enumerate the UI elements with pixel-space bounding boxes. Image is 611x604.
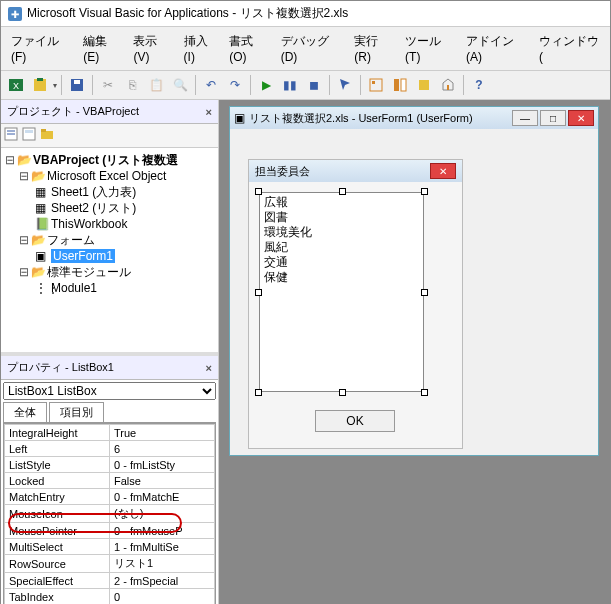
menu-addins[interactable]: アドイン(A) [460,29,533,68]
property-row[interactable]: MultiSelect1 - fmMultiSe [5,539,215,555]
mdi-titlebar[interactable]: ▣ リスト複数選択2.xls - UserForm1 (UserForm) — … [230,107,598,129]
property-row[interactable]: IntegralHeightTrue [5,425,215,441]
mdi-area: ▣ リスト複数選択2.xls - UserForm1 (UserForm) — … [219,100,610,604]
view-excel-icon[interactable]: X [5,74,27,96]
menu-file[interactable]: ファイル(F) [5,29,77,68]
properties-icon[interactable] [389,74,411,96]
svg-text:X: X [13,81,19,91]
project-explorer-header: プロジェクト - VBAProject × [1,100,218,124]
save-icon[interactable] [66,74,88,96]
menu-run[interactable]: 実行(R) [348,29,399,68]
toolbox-icon[interactable] [437,74,459,96]
paste-icon[interactable]: 📋 [145,74,167,96]
svg-rect-5 [37,78,43,81]
app-title: Microsoft Visual Basic for Applications … [27,5,604,22]
left-pane: プロジェクト - VBAProject × ⊟📂VBAProject (リスト複… [1,100,219,604]
toolbar: X ▾ ✂ ⎘ 📋 🔍 ↶ ↷ ▶ ▮▮ ◼ ? [1,71,610,100]
svg-rect-12 [401,79,406,91]
listbox[interactable]: 広報図書環境美化風紀交通保健 [259,192,424,392]
main-area: プロジェクト - VBAProject × ⊟📂VBAProject (リスト複… [1,100,610,604]
undo-icon[interactable]: ↶ [200,74,222,96]
property-row[interactable]: MouseIcon(なし) [5,505,215,523]
design-mode-icon[interactable] [334,74,356,96]
form-designer-window: ▣ リスト複数選択2.xls - UserForm1 (UserForm) — … [229,106,599,456]
object-selector[interactable]: ListBox1 ListBox [3,382,216,400]
property-row[interactable]: TabIndex0 [5,589,215,605]
menu-window[interactable]: ウィンドウ( [533,29,606,68]
listbox-item[interactable]: 広報 [264,195,419,210]
menu-debug[interactable]: デバッグ(D) [275,29,349,68]
listbox-item[interactable]: 交通 [264,255,419,270]
svg-rect-7 [74,80,80,84]
menu-tools[interactable]: ツール(T) [399,29,460,68]
object-browser-icon[interactable] [413,74,435,96]
property-row[interactable]: Left6 [5,441,215,457]
ok-button[interactable]: OK [315,410,395,432]
help-icon[interactable]: ? [468,74,490,96]
view-object-icon[interactable] [21,126,37,145]
reset-icon[interactable]: ◼ [303,74,325,96]
property-grid[interactable]: IntegralHeightTrueLeft6ListStyle0 - fmLi… [3,423,216,604]
close-icon[interactable]: × [206,362,212,374]
view-code-icon[interactable] [3,126,19,145]
listbox-item[interactable]: 保健 [264,270,419,285]
svg-text:✚: ✚ [11,9,19,20]
app-titlebar: ✚ Microsoft Visual Basic for Application… [1,1,610,27]
menu-insert[interactable]: 挿入(I) [178,29,224,68]
listbox-item[interactable]: 環境美化 [264,225,419,240]
svg-rect-13 [419,80,429,90]
properties-panel: プロパティ - ListBox1 × ListBox1 ListBox 全体 項… [1,356,218,604]
tree-userform1[interactable]: UserForm1 [51,249,115,263]
svg-rect-20 [41,129,46,132]
project-explorer-icon[interactable] [365,74,387,96]
tab-all[interactable]: 全体 [3,402,47,422]
properties-header: プロパティ - ListBox1 × [1,356,218,380]
property-row[interactable]: LockedFalse [5,473,215,489]
menu-edit[interactable]: 編集(E) [77,29,127,68]
svg-rect-9 [370,79,382,91]
userform-caption-bar: 担当委員会 ✕ [249,160,462,182]
menu-view[interactable]: 表示(V) [127,29,177,68]
property-tabs: 全体 項目別 [3,402,216,423]
find-icon[interactable]: 🔍 [169,74,191,96]
close-button[interactable]: ✕ [568,110,594,126]
property-row[interactable]: ListStyle0 - fmListSty [5,457,215,473]
svg-rect-18 [25,130,33,133]
project-tree[interactable]: ⊟📂VBAProject (リスト複数選 ⊟📂Microsoft Excel O… [1,148,218,352]
insert-icon[interactable] [29,74,51,96]
form-icon: ▣ [234,111,245,125]
svg-rect-17 [23,128,35,140]
minimize-button[interactable]: — [512,110,538,126]
app-icon: ✚ [7,6,23,22]
project-toolbar [1,124,218,148]
listbox-item[interactable]: 図書 [264,210,419,225]
property-row[interactable]: RowSourceリスト1 [5,555,215,573]
close-icon[interactable]: × [206,106,212,118]
copy-icon[interactable]: ⎘ [121,74,143,96]
property-row[interactable]: MatchEntry0 - fmMatchE [5,489,215,505]
property-row[interactable]: MousePointer0 - fmMouseP [5,523,215,539]
app-window: ✚ Microsoft Visual Basic for Application… [0,0,611,604]
menubar: ファイル(F) 編集(E) 表示(V) 挿入(I) 書式(O) デバッグ(D) … [1,27,610,71]
form-close-button[interactable]: ✕ [430,163,456,179]
svg-marker-8 [340,79,350,90]
userform-designer[interactable]: 担当委員会 ✕ 広報図書環境美化風紀交通保健 [248,159,463,449]
svg-rect-19 [41,131,53,139]
listbox-item[interactable]: 風紀 [264,240,419,255]
redo-icon[interactable]: ↷ [224,74,246,96]
tab-categorized[interactable]: 項目別 [49,402,104,422]
property-row[interactable]: SpecialEffect2 - fmSpecial [5,573,215,589]
maximize-button[interactable]: □ [540,110,566,126]
svg-rect-11 [394,79,399,91]
folder-toggle-icon[interactable] [39,126,55,145]
cut-icon[interactable]: ✂ [97,74,119,96]
run-icon[interactable]: ▶ [255,74,277,96]
svg-rect-10 [372,81,375,84]
menu-format[interactable]: 書式(O) [223,29,274,68]
break-icon[interactable]: ▮▮ [279,74,301,96]
